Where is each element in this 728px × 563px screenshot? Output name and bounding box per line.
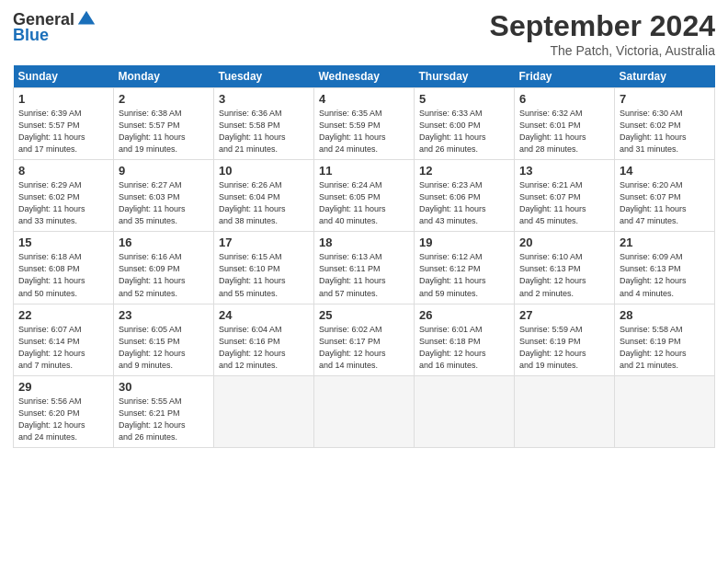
day-number: 16: [119, 236, 209, 249]
day-number: 6: [519, 92, 609, 106]
day-info: Sunrise: 6:13 AM Sunset: 6:11 PM Dayligh…: [319, 251, 409, 299]
calendar-container: General Blue September 2024 The Patch, V…: [0, 0, 728, 457]
logo-icon: [76, 9, 97, 29]
svg-marker-0: [78, 11, 95, 25]
day-info: Sunrise: 6:01 AM Sunset: 6:18 PM Dayligh…: [419, 324, 509, 372]
day-info: Sunrise: 6:35 AM Sunset: 5:59 PM Dayligh…: [319, 108, 409, 155]
day-info: Sunrise: 6:23 AM Sunset: 6:06 PM Dayligh…: [419, 179, 509, 227]
calendar-cell: 1Sunrise: 6:39 AM Sunset: 5:57 PM Daylig…: [14, 88, 114, 160]
day-info: Sunrise: 6:15 AM Sunset: 6:10 PM Dayligh…: [219, 251, 309, 299]
day-header-friday: Friday: [515, 65, 615, 88]
day-header-monday: Monday: [114, 65, 214, 88]
day-info: Sunrise: 6:29 AM Sunset: 6:02 PM Dayligh…: [18, 179, 108, 227]
calendar-cell: 4Sunrise: 6:35 AM Sunset: 5:59 PM Daylig…: [314, 88, 415, 160]
day-number: 15: [18, 236, 108, 249]
day-info: Sunrise: 6:16 AM Sunset: 6:09 PM Dayligh…: [119, 251, 209, 299]
day-info: Sunrise: 6:36 AM Sunset: 5:58 PM Dayligh…: [219, 108, 309, 155]
calendar-cell: 18Sunrise: 6:13 AM Sunset: 6:11 PM Dayli…: [314, 232, 415, 304]
day-number: 4: [319, 92, 409, 106]
day-info: Sunrise: 6:10 AM Sunset: 6:13 PM Dayligh…: [519, 251, 609, 299]
day-number: 12: [419, 164, 509, 178]
day-info: Sunrise: 6:39 AM Sunset: 5:57 PM Dayligh…: [18, 108, 108, 155]
day-number: 29: [18, 380, 108, 394]
day-number: 20: [519, 236, 609, 249]
day-number: 7: [620, 92, 710, 106]
day-info: Sunrise: 6:21 AM Sunset: 6:07 PM Dayligh…: [519, 179, 609, 227]
day-number: 30: [119, 380, 209, 394]
day-number: 14: [620, 164, 710, 178]
day-number: 17: [219, 236, 309, 249]
day-number: 23: [119, 308, 209, 322]
day-header-sunday: Sunday: [14, 65, 114, 88]
calendar-cell: 7Sunrise: 6:30 AM Sunset: 6:02 PM Daylig…: [615, 88, 715, 160]
calendar-table: SundayMondayTuesdayWednesdayThursdayFrid…: [13, 65, 715, 448]
day-number: 13: [519, 164, 609, 178]
calendar-cell: 24Sunrise: 6:04 AM Sunset: 6:16 PM Dayli…: [214, 304, 314, 375]
calendar-cell: 25Sunrise: 6:02 AM Sunset: 6:17 PM Dayli…: [314, 304, 415, 375]
calendar-cell: 14Sunrise: 6:20 AM Sunset: 6:07 PM Dayli…: [615, 160, 715, 232]
day-number: 28: [620, 308, 710, 322]
day-number: 5: [419, 92, 509, 106]
day-number: 3: [219, 92, 309, 106]
day-number: 18: [319, 236, 409, 249]
logo: General Blue: [13, 9, 97, 45]
day-header-thursday: Thursday: [415, 65, 515, 88]
day-info: Sunrise: 5:58 AM Sunset: 6:19 PM Dayligh…: [620, 324, 710, 372]
calendar-cell: 16Sunrise: 6:16 AM Sunset: 6:09 PM Dayli…: [114, 232, 214, 304]
day-number: 9: [119, 164, 209, 178]
location-subtitle: The Patch, Victoria, Australia: [490, 43, 715, 58]
calendar-cell: 13Sunrise: 6:21 AM Sunset: 6:07 PM Dayli…: [515, 160, 615, 232]
calendar-cell: 3Sunrise: 6:36 AM Sunset: 5:58 PM Daylig…: [214, 88, 314, 160]
day-header-tuesday: Tuesday: [214, 65, 314, 88]
calendar-cell: 29Sunrise: 5:56 AM Sunset: 6:20 PM Dayli…: [14, 375, 114, 447]
calendar-cell: 6Sunrise: 6:32 AM Sunset: 6:01 PM Daylig…: [515, 88, 615, 160]
calendar-cell: 5Sunrise: 6:33 AM Sunset: 6:00 PM Daylig…: [415, 88, 515, 160]
day-info: Sunrise: 6:24 AM Sunset: 6:05 PM Dayligh…: [319, 179, 409, 227]
day-number: 8: [18, 164, 108, 178]
title-area: September 2024 The Patch, Victoria, Aust…: [490, 9, 715, 58]
calendar-cell: [515, 375, 615, 447]
calendar-header-row: SundayMondayTuesdayWednesdayThursdayFrid…: [14, 65, 715, 88]
day-number: 27: [519, 308, 609, 322]
calendar-cell: 23Sunrise: 6:05 AM Sunset: 6:15 PM Dayli…: [114, 304, 214, 375]
day-number: 19: [419, 236, 509, 249]
month-title: September 2024: [490, 9, 715, 43]
calendar-cell: 8Sunrise: 6:29 AM Sunset: 6:02 PM Daylig…: [14, 160, 114, 232]
week-row-3: 22Sunrise: 6:07 AM Sunset: 6:14 PM Dayli…: [14, 304, 715, 375]
calendar-cell: [615, 375, 715, 447]
day-number: 2: [119, 92, 209, 106]
day-info: Sunrise: 6:04 AM Sunset: 6:16 PM Dayligh…: [219, 324, 309, 372]
calendar-cell: 12Sunrise: 6:23 AM Sunset: 6:06 PM Dayli…: [415, 160, 515, 232]
calendar-cell: 9Sunrise: 6:27 AM Sunset: 6:03 PM Daylig…: [114, 160, 214, 232]
calendar-cell: [415, 375, 515, 447]
day-info: Sunrise: 6:26 AM Sunset: 6:04 PM Dayligh…: [219, 179, 309, 227]
day-info: Sunrise: 6:18 AM Sunset: 6:08 PM Dayligh…: [18, 251, 108, 299]
header: General Blue September 2024 The Patch, V…: [13, 9, 715, 58]
calendar-cell: 21Sunrise: 6:09 AM Sunset: 6:13 PM Dayli…: [615, 232, 715, 304]
calendar-cell: 30Sunrise: 5:55 AM Sunset: 6:21 PM Dayli…: [114, 375, 214, 447]
day-info: Sunrise: 6:32 AM Sunset: 6:01 PM Dayligh…: [519, 108, 609, 155]
day-number: 21: [620, 236, 710, 249]
calendar-cell: 26Sunrise: 6:01 AM Sunset: 6:18 PM Dayli…: [415, 304, 515, 375]
calendar-cell: 10Sunrise: 6:26 AM Sunset: 6:04 PM Dayli…: [214, 160, 314, 232]
day-number: 22: [18, 308, 108, 322]
week-row-2: 15Sunrise: 6:18 AM Sunset: 6:08 PM Dayli…: [14, 232, 715, 304]
day-info: Sunrise: 5:55 AM Sunset: 6:21 PM Dayligh…: [119, 396, 209, 443]
day-header-saturday: Saturday: [615, 65, 715, 88]
day-info: Sunrise: 6:02 AM Sunset: 6:17 PM Dayligh…: [319, 324, 409, 372]
day-info: Sunrise: 6:30 AM Sunset: 6:02 PM Dayligh…: [620, 108, 710, 155]
calendar-cell: 15Sunrise: 6:18 AM Sunset: 6:08 PM Dayli…: [14, 232, 114, 304]
day-info: Sunrise: 5:59 AM Sunset: 6:19 PM Dayligh…: [519, 324, 609, 372]
day-info: Sunrise: 6:38 AM Sunset: 5:57 PM Dayligh…: [119, 108, 209, 155]
calendar-cell: 17Sunrise: 6:15 AM Sunset: 6:10 PM Dayli…: [214, 232, 314, 304]
day-number: 26: [419, 308, 509, 322]
day-info: Sunrise: 6:27 AM Sunset: 6:03 PM Dayligh…: [119, 179, 209, 227]
day-info: Sunrise: 6:20 AM Sunset: 6:07 PM Dayligh…: [620, 179, 710, 227]
calendar-cell: [214, 375, 314, 447]
day-number: 24: [219, 308, 309, 322]
week-row-1: 8Sunrise: 6:29 AM Sunset: 6:02 PM Daylig…: [14, 160, 715, 232]
calendar-cell: 11Sunrise: 6:24 AM Sunset: 6:05 PM Dayli…: [314, 160, 415, 232]
logo-blue-text: Blue: [13, 26, 49, 45]
calendar-cell: 20Sunrise: 6:10 AM Sunset: 6:13 PM Dayli…: [515, 232, 615, 304]
day-info: Sunrise: 6:12 AM Sunset: 6:12 PM Dayligh…: [419, 251, 509, 299]
